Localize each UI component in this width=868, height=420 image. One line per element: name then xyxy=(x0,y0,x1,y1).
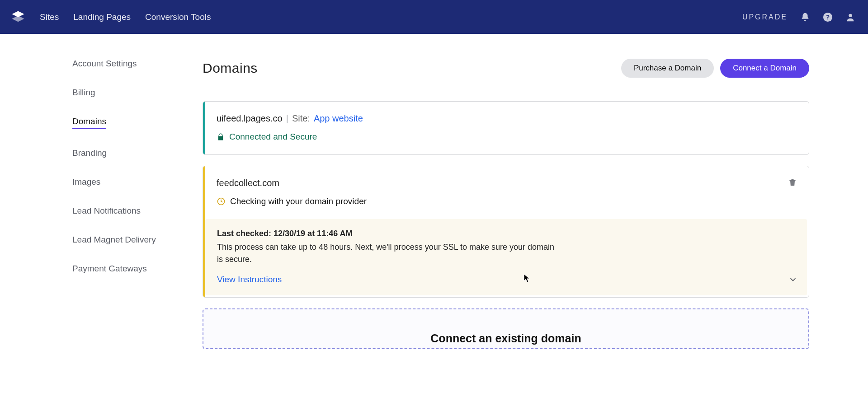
separator: | xyxy=(286,113,288,124)
svg-marker-1 xyxy=(12,15,24,22)
settings-sidebar: Account Settings Billing Domains Brandin… xyxy=(0,59,199,349)
main-column: Domains Purchase a Domain Connect a Doma… xyxy=(199,59,868,349)
sidebar-item-account-settings[interactable]: Account Settings xyxy=(72,59,137,69)
account-icon[interactable] xyxy=(845,12,855,22)
site-prefix-label: Site: xyxy=(292,113,310,124)
lock-icon xyxy=(217,133,225,141)
sidebar-item-domains[interactable]: Domains xyxy=(72,117,106,129)
top-navbar: Sites Landing Pages Conversion Tools UPG… xyxy=(0,0,868,34)
last-checked-label: Last checked: 12/30/19 at 11:46 AM xyxy=(217,229,795,238)
domain-name: feedcollect.com xyxy=(217,178,279,188)
sidebar-item-lead-notifications[interactable]: Lead Notifications xyxy=(72,206,141,216)
domain-card: feedcollect.com Checking with your domai… xyxy=(203,166,809,298)
page-body: Account Settings Billing Domains Brandin… xyxy=(0,34,868,349)
upgrade-link[interactable]: UPGRADE xyxy=(742,13,788,21)
domain-status-text: Checking with your domain provider xyxy=(230,196,367,206)
sidebar-item-payment-gateways[interactable]: Payment Gateways xyxy=(72,264,147,274)
svg-point-4 xyxy=(849,14,852,17)
domain-name: uifeed.lpages.co xyxy=(217,113,283,124)
page-title: Domains xyxy=(203,61,258,76)
sidebar-item-images[interactable]: Images xyxy=(72,177,100,187)
trash-icon[interactable] xyxy=(788,177,797,187)
sidebar-item-billing[interactable]: Billing xyxy=(72,88,95,98)
connect-existing-domain-heading: Connect an existing domain xyxy=(430,332,581,345)
connect-domain-button[interactable]: Connect a Domain xyxy=(720,59,809,78)
nav-link-sites[interactable]: Sites xyxy=(40,12,59,22)
domain-status-row: Connected and Secure xyxy=(217,132,795,142)
primary-nav: Sites Landing Pages Conversion Tools xyxy=(40,12,211,22)
chevron-down-icon[interactable] xyxy=(788,275,798,285)
domain-status-row: Checking with your domain provider xyxy=(217,196,795,206)
domain-title-row: uifeed.lpages.co | Site: App website xyxy=(217,113,795,124)
app-logo[interactable] xyxy=(9,8,27,26)
domain-title-row: feedcollect.com xyxy=(217,178,795,188)
sidebar-item-branding[interactable]: Branding xyxy=(72,148,107,158)
clock-icon xyxy=(217,197,226,206)
nav-link-conversion-tools[interactable]: Conversion Tools xyxy=(145,12,211,22)
domain-card: uifeed.lpages.co | Site: App website Con… xyxy=(203,101,809,155)
site-link[interactable]: App website xyxy=(314,113,363,124)
page-header: Domains Purchase a Domain Connect a Doma… xyxy=(203,59,809,78)
layers-icon xyxy=(10,9,26,25)
view-instructions-link[interactable]: View Instructions xyxy=(217,275,282,285)
topbar-right-cluster: UPGRADE ? xyxy=(742,12,855,22)
sidebar-item-lead-magnet-delivery[interactable]: Lead Magnet Delivery xyxy=(72,235,156,245)
purchase-domain-button[interactable]: Purchase a Domain xyxy=(621,59,714,78)
nav-link-landing-pages[interactable]: Landing Pages xyxy=(73,12,131,22)
footer-description: This process can take up to 48 hours. Ne… xyxy=(217,241,561,266)
help-icon[interactable]: ? xyxy=(823,12,833,22)
connect-existing-domain-box[interactable]: Connect an existing domain xyxy=(203,308,809,349)
card-status-stripe xyxy=(203,102,205,154)
header-actions: Purchase a Domain Connect a Domain xyxy=(621,59,809,78)
domain-card-footer: Last checked: 12/30/19 at 11:46 AM This … xyxy=(205,219,807,295)
bell-icon[interactable] xyxy=(800,12,810,22)
domain-status-text: Connected and Secure xyxy=(229,132,317,142)
svg-text:?: ? xyxy=(826,14,830,20)
